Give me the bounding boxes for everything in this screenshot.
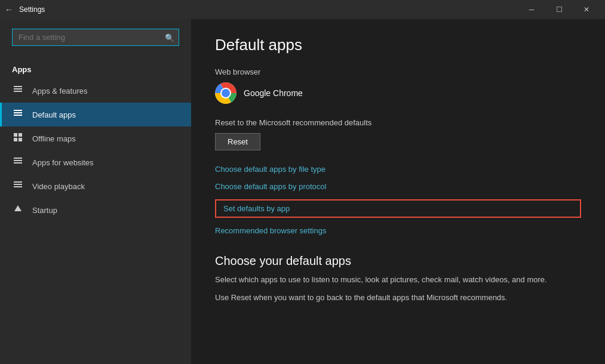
maximize-button[interactable]: ☐ bbox=[545, 0, 573, 19]
set-defaults-link: Set defaults by app bbox=[223, 204, 290, 213]
default-apps-icon bbox=[12, 109, 24, 121]
svg-rect-7 bbox=[19, 133, 22, 137]
svg-rect-6 bbox=[14, 133, 17, 137]
bottom-text-1: Select which apps to use to listen to mu… bbox=[215, 274, 581, 286]
sidebar-item-startup-label: Startup bbox=[32, 206, 57, 215]
sidebar-header: 🔍 bbox=[0, 19, 191, 60]
bottom-section-title: Choose your default apps bbox=[215, 254, 581, 268]
page-title: Default apps bbox=[215, 36, 581, 54]
sidebar: 🔍 Apps Apps & features bbox=[0, 19, 191, 364]
svg-rect-10 bbox=[14, 158, 22, 159]
reset-label: Reset to the Microsoft recommended defau… bbox=[215, 118, 581, 127]
svg-rect-2 bbox=[14, 91, 22, 92]
browser-name: Google Chrome bbox=[244, 88, 303, 98]
svg-rect-4 bbox=[14, 112, 22, 113]
video-playback-icon bbox=[12, 180, 24, 192]
window-controls: ─ ☐ ✕ bbox=[518, 0, 600, 19]
set-defaults-highlighted[interactable]: Set defaults by app bbox=[215, 199, 581, 218]
sidebar-item-apps-features-label: Apps & features bbox=[32, 87, 88, 95]
svg-rect-14 bbox=[14, 184, 22, 185]
bottom-text-2: Use Reset when you want to go back to th… bbox=[215, 292, 581, 304]
protocol-link[interactable]: Choose default apps by protocol bbox=[215, 182, 581, 191]
sidebar-item-apps-websites[interactable]: Apps for websites bbox=[0, 150, 191, 174]
file-type-link[interactable]: Choose default apps by file type bbox=[215, 165, 581, 174]
sidebar-item-apps-features[interactable]: Apps & features bbox=[0, 79, 191, 103]
main-layout: 🔍 Apps Apps & features bbox=[0, 19, 605, 364]
svg-rect-15 bbox=[14, 186, 22, 187]
svg-rect-1 bbox=[14, 88, 22, 90]
content-area: Default apps Web browser Googl bbox=[191, 19, 605, 364]
sidebar-item-video-playback-label: Video playback bbox=[32, 182, 85, 191]
svg-rect-12 bbox=[14, 162, 22, 164]
sidebar-item-default-apps-label: Default apps bbox=[32, 110, 76, 119]
close-button[interactable]: ✕ bbox=[573, 0, 600, 19]
offline-maps-icon bbox=[12, 132, 24, 144]
browser-settings-link[interactable]: Recommended browser settings bbox=[215, 226, 581, 235]
reset-button[interactable]: Reset bbox=[215, 133, 260, 150]
sidebar-item-video-playback[interactable]: Video playback bbox=[0, 174, 191, 198]
titlebar: ← Settings ─ ☐ ✕ bbox=[0, 0, 605, 19]
sidebar-item-offline-maps-label: Offline maps bbox=[32, 134, 76, 143]
sidebar-section-label: Apps bbox=[0, 60, 191, 79]
svg-rect-3 bbox=[14, 110, 22, 111]
back-button[interactable]: ← bbox=[5, 5, 13, 14]
browser-row: Google Chrome bbox=[215, 82, 581, 104]
svg-rect-11 bbox=[14, 160, 22, 161]
startup-icon bbox=[12, 204, 24, 216]
minimize-button[interactable]: ─ bbox=[518, 0, 545, 19]
links-section: Choose default apps by file type Choose … bbox=[215, 165, 581, 235]
browser-section-label: Web browser bbox=[215, 67, 581, 76]
sidebar-item-apps-websites-label: Apps for websites bbox=[32, 158, 94, 167]
apps-features-icon bbox=[12, 85, 24, 97]
search-box: 🔍 bbox=[12, 29, 179, 46]
svg-rect-0 bbox=[14, 86, 22, 87]
svg-rect-8 bbox=[14, 138, 17, 141]
sidebar-item-default-apps[interactable]: Default apps bbox=[0, 103, 191, 127]
svg-rect-5 bbox=[14, 115, 22, 116]
search-input[interactable] bbox=[12, 29, 179, 46]
svg-point-19 bbox=[222, 89, 230, 97]
sidebar-item-offline-maps[interactable]: Offline maps bbox=[0, 127, 191, 150]
svg-marker-16 bbox=[14, 205, 22, 211]
svg-rect-9 bbox=[19, 138, 22, 141]
titlebar-title: Settings bbox=[19, 5, 518, 14]
chrome-icon bbox=[215, 82, 237, 104]
svg-rect-13 bbox=[14, 181, 22, 183]
sidebar-item-startup[interactable]: Startup bbox=[0, 198, 191, 222]
apps-websites-icon bbox=[12, 156, 24, 168]
reset-section: Reset to the Microsoft recommended defau… bbox=[215, 118, 581, 150]
search-icon: 🔍 bbox=[165, 33, 174, 42]
